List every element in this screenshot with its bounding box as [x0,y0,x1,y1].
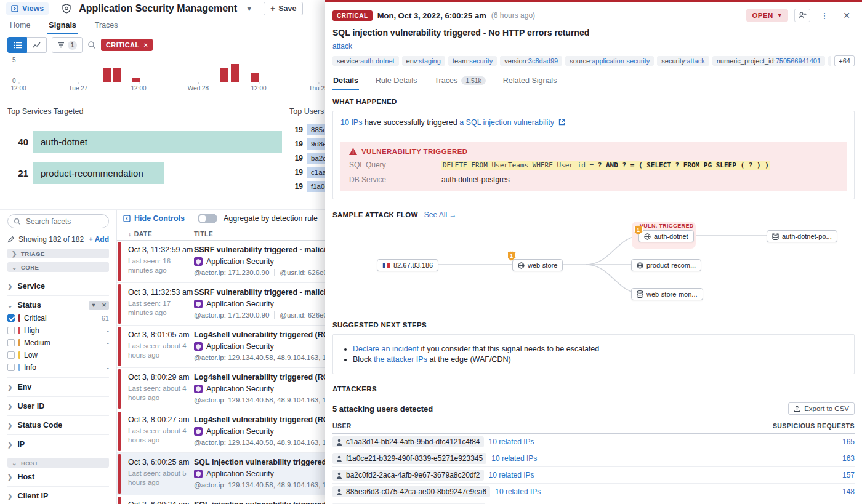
service-bar-row[interactable]: 21 product-recommendation [7,162,282,184]
tag-pill[interactable]: security:attack [657,56,709,66]
see-all-link[interactable]: See All → [424,210,457,219]
status-checkbox[interactable] [7,364,15,371]
tag-pill[interactable]: google-compute-enable-pcid:true [828,56,831,66]
timeseries-view-button[interactable] [27,37,47,53]
facet-item[interactable]: ❯ Status Code [7,416,109,435]
views-label: Views [22,4,44,13]
facet-group-triage[interactable]: ❯TRIAGE [7,249,109,258]
facet-service[interactable]: ❯ Service [7,277,109,296]
suspicious-request-count[interactable]: 163 [842,454,855,463]
facet-item[interactable]: ❯ IP [7,435,109,454]
flow-node-product-recommendation[interactable]: product-recom... [631,259,701,271]
suspicious-request-count[interactable]: 157 [842,471,855,479]
facet-status[interactable]: ⌄ Status ▼ ✕ [7,296,109,312]
suspicious-request-count[interactable]: 165 [842,438,855,446]
related-ips-link[interactable]: 10 related IPs [495,487,541,496]
tag-pill[interactable]: numeric_project_id:750566941401 [712,56,825,66]
related-ips-link[interactable]: 10 related IPs [491,454,537,463]
aggregate-toggle[interactable] [198,214,217,223]
status-option[interactable]: High - [7,324,109,337]
add-facet-button[interactable]: + Add [89,235,109,244]
tab[interactable]: Traces [94,18,119,34]
date-column-header[interactable]: ↓ DATE [117,230,194,238]
related-ips-link[interactable]: 10 related IPs [489,438,534,446]
tag-pill[interactable]: source:application-security [565,56,654,66]
attacker-ips-link[interactable]: the attacker IPs [374,355,427,364]
flow-node-auth-dotnet[interactable]: auth-dotnet [638,230,694,242]
user-column-header[interactable]: USER [332,422,352,430]
facet-group-core[interactable]: ⌄CORE [7,262,109,272]
tab-rule-details[interactable]: Rule Details [375,74,417,90]
application-security-icon [194,300,203,308]
status-option[interactable]: Info - [7,361,109,374]
globe-icon [637,262,643,269]
flow-node-auth-dotnet-postgres[interactable]: auth-dotnet-po... [767,230,837,242]
status-checkbox[interactable] [7,339,15,346]
pencil-icon[interactable] [7,236,15,243]
chevron-right-icon: ❯ [7,441,12,448]
save-button[interactable]: + Save [264,2,303,15]
close-panel-button[interactable]: ✕ [839,9,855,22]
tab[interactable]: Signals [47,18,77,34]
critical-filter-token[interactable]: CRITICAL × [101,39,153,51]
status-checkbox[interactable] [7,314,15,322]
service-bar-row[interactable]: 40 auth-dotnet [7,131,282,153]
attacker-user-pill[interactable]: 885ea6d3-c075-42ca-ae00-8bb9247e9ea6 [332,486,490,497]
tag-pill[interactable]: version:3c8dad99 [500,56,562,66]
views-button[interactable]: Views [6,2,49,15]
related-ips-link[interactable]: 10 related IPs [489,471,534,479]
flow-node-web-store[interactable]: web-store [512,259,563,271]
remove-token-icon[interactable]: × [144,41,148,49]
more-actions-button[interactable]: ⋮ [816,9,832,22]
facet-item[interactable]: ❯ User ID [7,397,109,416]
facet-group-host[interactable]: ⌄HOST [7,458,109,468]
declare-incident-link[interactable]: Declare an incident [353,345,419,353]
attack-link[interactable]: attack [332,42,352,50]
status-dropdown-button[interactable]: OPEN ▼ [746,9,788,22]
vulnerability-link[interactable]: a SQL injection vulnerability [459,118,554,127]
what-happened-box: 10 IPs have successfully triggered a SQL… [332,111,855,199]
facet-item[interactable]: ❯ Host [7,468,109,487]
status-filter-icon[interactable]: ▼ [89,301,99,310]
list-view-button[interactable] [7,37,27,53]
tag-pill[interactable]: team:security [448,56,497,66]
tab-related-signals[interactable]: Related Signals [502,74,558,90]
flow-node-attacker-ip[interactable]: 82.67.83.186 [377,259,438,271]
rule-product-label: Application Security [206,470,274,478]
facet-search-box[interactable] [7,214,109,228]
db-service-value: auth-dotnet-postgres [441,175,510,184]
facet-search-input[interactable] [25,217,99,226]
severity-stripe [118,412,121,451]
caret-down-icon: ▼ [777,12,783,18]
tab-traces[interactable]: Traces1.51k [433,74,486,90]
hide-controls-button[interactable]: Hide Controls [123,214,185,223]
requests-column-header[interactable]: SUSPICIOUS REQUESTS [773,422,855,430]
more-tags-badge[interactable]: +64 [834,55,855,66]
filter-button[interactable]: 1 [52,37,83,53]
status-option[interactable]: Critical 61 [7,312,109,324]
signal-date: Oct 3, 6:00:24 am [128,500,194,504]
flow-node-web-store-mongo[interactable]: web-store-mon... [631,288,703,300]
attacker-user-pill[interactable]: ba2c0fd2-2aca-4afb-9e67-3679a8c20df2 [332,470,484,481]
tag-pill[interactable]: env:staging [402,56,445,66]
assign-user-button[interactable] [794,9,810,22]
facet-item[interactable]: ❯ Client IP [7,487,109,504]
status-checkbox[interactable] [7,327,15,334]
tag-pill[interactable]: service:auth-dotnet [332,56,399,66]
suspicious-request-count[interactable]: 148 [842,487,855,496]
tab[interactable]: Home [9,18,31,34]
external-link-icon[interactable] [558,119,565,126]
status-option[interactable]: Low - [7,349,109,361]
attacker-user-pill[interactable]: f1a0ce21-b329-490f-8339-e5271e923345 [332,453,486,464]
facet-item[interactable]: ❯ Env [7,378,109,397]
status-checkbox[interactable] [7,351,15,359]
status-clear-icon[interactable]: ✕ [99,301,109,310]
attacker-user-pill[interactable]: c1aa3d14-bb24-4afb-95bd-dfc4121c4f84 [332,436,484,447]
tab-details[interactable]: Details [332,74,359,90]
signal-relative-time: (6 hours ago) [491,11,535,20]
chevron-down-icon[interactable]: ▼ [246,5,252,12]
warning-icon [349,148,357,155]
status-option[interactable]: Medium - [7,337,109,349]
ips-link[interactable]: 10 IPs [340,118,362,127]
export-users-csv-button[interactable]: Export to CSV [788,402,855,415]
